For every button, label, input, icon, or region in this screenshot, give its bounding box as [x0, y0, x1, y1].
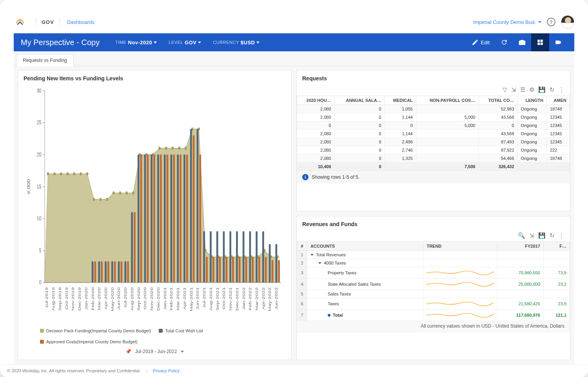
svg-rect-67 [140, 155, 142, 283]
revenues-col-header[interactable]: FY2017 [497, 241, 543, 250]
more-icon[interactable]: ⋮ [559, 232, 564, 239]
svg-text:Sep-2021: Sep-2021 [215, 287, 219, 311]
page-toolbar: My Perspective - Copy TIME Nov-2020 LEVE… [14, 33, 574, 51]
columns-icon[interactable]: ☰ [520, 86, 525, 93]
help-icon[interactable]: ? [547, 18, 555, 26]
refresh-button[interactable] [495, 33, 513, 51]
svg-text:5: 5 [39, 247, 42, 254]
refresh-icon[interactable]: ↻ [550, 232, 555, 239]
svg-point-25 [106, 198, 108, 201]
table-row[interactable]: 6Taxes21,680,42623,9 [297, 298, 570, 309]
svg-text:Mar-2020: Mar-2020 [97, 287, 101, 310]
table-row[interactable]: 2,08001,32554,466Ongoing18748 [297, 154, 570, 163]
refresh-icon[interactable]: ↻ [550, 86, 555, 93]
table-row[interactable]: 2,08002,49687,493Ongoing12345 [297, 138, 570, 146]
table-row[interactable]: 2,08002,74687,922Ongoing222 [297, 146, 570, 154]
svg-point-24 [100, 198, 101, 201]
svg-rect-93 [225, 257, 227, 283]
svg-point-27 [119, 192, 121, 194]
revenues-col-header[interactable]: ACCOUNTS [307, 241, 423, 250]
workday-logo[interactable] [14, 16, 26, 28]
svg-rect-96 [236, 231, 238, 283]
svg-text:Aug-2021: Aug-2021 [209, 287, 212, 311]
svg-rect-72 [157, 155, 159, 283]
requests-col-header[interactable]: 2020 HOU… [297, 96, 335, 105]
table-row[interactable]: 1Total Revenues [297, 250, 570, 259]
table-row[interactable]: 0005,0000Ongoing12345 [297, 121, 570, 130]
svg-text:May-2022: May-2022 [268, 287, 272, 311]
filter-icon[interactable]: ▽ [503, 86, 507, 93]
svg-rect-86 [203, 231, 205, 283]
svg-point-17 [54, 172, 55, 175]
revenues-col-header[interactable]: F… [543, 241, 570, 250]
requests-col-header[interactable]: MEDICAL [385, 96, 416, 105]
more-icon[interactable]: ⋮ [559, 86, 564, 93]
svg-rect-52 [92, 261, 94, 283]
svg-text:Jan-2022: Jan-2022 [241, 287, 245, 310]
requests-col-header[interactable]: AMEN [546, 96, 570, 105]
privacy-link[interactable]: Privacy Policy [153, 368, 180, 373]
svg-rect-64 [131, 212, 133, 283]
svg-rect-70 [151, 155, 152, 283]
chart-title: Pending New Items vs Funding Levels [18, 71, 291, 85]
requests-toolbar: ▽ ⇲ ☰ ⚙ 💾 ↻ ⋮ [297, 85, 570, 96]
divider [36, 18, 36, 26]
svg-text:Mar-2022: Mar-2022 [254, 287, 258, 310]
svg-rect-85 [199, 155, 201, 283]
legend-decision: Decision Pack Funding(Imperial County De… [40, 328, 151, 333]
table-row[interactable]: 2,08001,05552,983Ongoing18748 [297, 105, 570, 113]
svg-rect-82 [190, 129, 192, 283]
svg-text:Aug-2019: Aug-2019 [51, 287, 55, 311]
snapshot-button[interactable] [513, 33, 531, 51]
presentation-button[interactable] [549, 33, 567, 51]
settings-icon[interactable]: ⚙ [529, 86, 534, 93]
requests-col-header[interactable]: NON-PAYROLL COS… [416, 96, 479, 105]
svg-text:Feb-2021: Feb-2021 [169, 287, 173, 310]
svg-point-19 [67, 172, 68, 175]
svg-rect-105 [265, 257, 267, 283]
chart-date-range[interactable]: 📌 Jul-2019 - Jun-2022 [24, 346, 285, 356]
user-avatar[interactable] [561, 15, 574, 29]
svg-rect-89 [212, 257, 214, 283]
filter-currency[interactable]: CURRENCY $USD [213, 40, 260, 45]
requests-col-header[interactable]: ANNUAL SALA… [334, 96, 385, 105]
filter-level[interactable]: LEVEL GOV [169, 40, 201, 45]
search-icon[interactable]: 🔍 [518, 232, 525, 239]
revenues-col-header[interactable]: # [297, 241, 307, 250]
svg-text:Dec-2019: Dec-2019 [77, 287, 81, 311]
svg-text:Apr-2022: Apr-2022 [261, 287, 265, 310]
table-row[interactable]: 2,08001,14443,568Ongoing12345 [297, 130, 570, 138]
dashboard-grid: Pending New Items vs Funding Levels 0510… [14, 66, 574, 364]
instance-selector[interactable]: Imperial County Demo Bud. [473, 19, 541, 25]
edit-button[interactable]: Edit [466, 33, 495, 51]
export-icon[interactable]: ⇲ [511, 86, 516, 93]
table-row[interactable]: 2,08001,1445,00043,568Ongoing12345 [297, 113, 570, 121]
svg-point-33 [159, 147, 160, 149]
svg-rect-92 [223, 231, 225, 283]
divider [60, 18, 60, 26]
tab-requests-vs-funding[interactable]: Requests vs Funding [16, 54, 74, 66]
export-icon[interactable]: ⇲ [529, 232, 534, 239]
table-row[interactable]: 4State Allocated Sales Taxes25,000,00023… [297, 278, 570, 290]
save-icon[interactable]: 💾 [538, 232, 546, 239]
svg-point-16 [47, 172, 49, 175]
breadcrumb-link[interactable]: Dashboards [67, 19, 94, 25]
tab-row: Requests vs Funding [14, 51, 574, 66]
svg-rect-106 [269, 244, 271, 283]
table-row[interactable]: 3Property Taxes70,980,55073,9 [297, 267, 570, 278]
table-row[interactable]: 7Total117,660,976121,1 [297, 309, 570, 321]
requests-col-header[interactable]: TOTAL CO… [479, 96, 517, 105]
table-row[interactable]: 5Sales Taxes [297, 290, 570, 298]
svg-rect-73 [160, 155, 162, 283]
svg-rect-76 [171, 155, 172, 283]
requests-col-header[interactable]: LENGTH [517, 96, 546, 105]
revenues-col-header[interactable]: TREND [423, 241, 497, 250]
filter-time[interactable]: TIME Nov-2020 [115, 40, 157, 45]
grid-view-button[interactable] [531, 33, 549, 51]
svg-rect-101 [252, 257, 254, 283]
chevron-down-icon [198, 42, 201, 44]
chart-canvas: 051015202530#,000Jul-2019Aug-2019Sep-201… [24, 85, 285, 324]
table-row[interactable]: 24000:Taxes [297, 259, 570, 267]
svg-point-21 [80, 172, 82, 175]
save-icon[interactable]: 💾 [538, 86, 546, 93]
